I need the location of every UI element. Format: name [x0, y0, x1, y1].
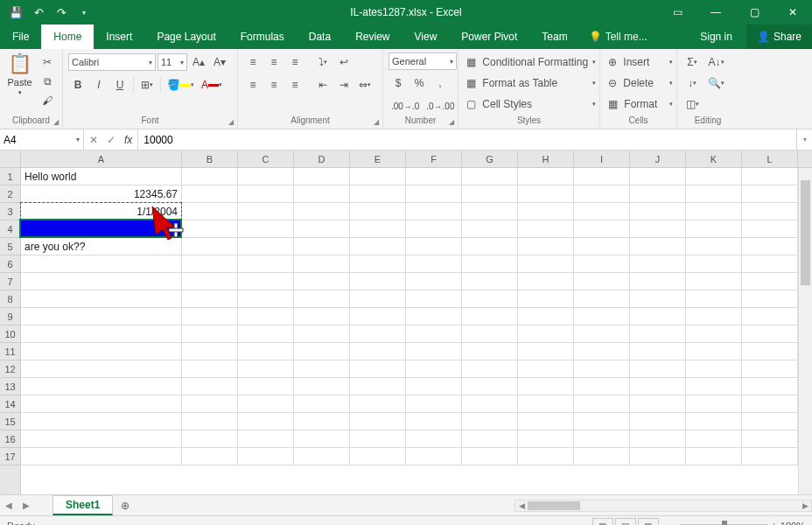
cell[interactable] [350, 273, 406, 290]
italic-button[interactable]: I [89, 75, 108, 94]
launcher-icon[interactable]: ◢ [374, 118, 379, 126]
cell[interactable] [742, 413, 798, 430]
cell[interactable] [518, 396, 574, 413]
cell[interactable] [294, 413, 350, 430]
orientation-button[interactable]: ⤵▾ [313, 52, 332, 72]
cell[interactable] [518, 256, 574, 273]
page-break-view-button[interactable]: ▥ [638, 518, 659, 525]
cell[interactable] [182, 396, 238, 413]
cell[interactable] [182, 378, 238, 396]
cell[interactable] [518, 290, 574, 308]
increase-decimal-button[interactable]: .00→.0 [388, 96, 422, 116]
font-name-combo[interactable]: Calibri▾ [68, 53, 156, 71]
cell[interactable] [350, 308, 406, 326]
number-format-combo[interactable]: General▾ [388, 52, 457, 70]
fx-icon[interactable]: fx [124, 134, 132, 146]
cell-D5[interactable] [294, 238, 350, 256]
cell[interactable] [686, 448, 742, 466]
cell-J2[interactable] [630, 186, 686, 203]
cell[interactable] [742, 360, 798, 378]
cell[interactable] [742, 448, 798, 466]
tab-team[interactable]: Team [529, 24, 579, 49]
cell-D2[interactable] [294, 186, 350, 203]
column-header-L[interactable]: L [742, 150, 798, 167]
share-button[interactable]: 👤 Share [746, 24, 812, 49]
cell[interactable] [686, 290, 742, 308]
cell-C2[interactable] [238, 186, 294, 203]
cell[interactable] [294, 326, 350, 343]
column-header-I[interactable]: I [574, 150, 630, 167]
cell-B1[interactable] [182, 168, 238, 186]
cell[interactable] [238, 448, 294, 466]
bold-button[interactable]: B [68, 75, 88, 94]
scrollbar-thumb[interactable] [528, 501, 580, 510]
cell[interactable] [350, 360, 406, 378]
cell-D3[interactable] [294, 203, 350, 220]
horizontal-scrollbar[interactable]: ◀ ▶ [514, 500, 812, 512]
cell[interactable] [742, 343, 798, 360]
cell[interactable] [742, 308, 798, 326]
cell[interactable] [462, 308, 518, 326]
cell[interactable] [294, 273, 350, 290]
cell-C1[interactable] [238, 168, 294, 186]
formula-input-wrap[interactable] [138, 130, 796, 150]
sheet-tab-active[interactable]: Sheet1 [52, 495, 113, 515]
cell[interactable] [462, 430, 518, 448]
close-button[interactable]: ✕ [774, 0, 812, 24]
row-header-12[interactable]: 12 [0, 360, 20, 378]
sheet-nav-prev[interactable]: ◀ [0, 500, 18, 510]
cell-K3[interactable] [686, 203, 742, 220]
column-header-E[interactable]: E [350, 150, 406, 167]
find-select-button[interactable]: 🔍▾ [705, 74, 727, 93]
row-header-3[interactable]: 3 [0, 203, 20, 220]
cell[interactable] [238, 430, 294, 448]
cell[interactable] [238, 290, 294, 308]
merge-button[interactable]: ⇔▾ [355, 75, 374, 94]
cell[interactable] [406, 273, 462, 290]
launcher-icon[interactable]: ◢ [53, 118, 59, 126]
vertical-scrollbar[interactable] [798, 168, 812, 494]
cell[interactable] [406, 448, 462, 466]
cell[interactable] [238, 360, 294, 378]
align-right-button[interactable]: ≡ [285, 75, 304, 94]
cell[interactable] [182, 430, 238, 448]
cell[interactable] [686, 378, 742, 396]
cell[interactable] [574, 326, 630, 343]
cell[interactable] [238, 396, 294, 413]
cell[interactable] [630, 396, 686, 413]
cell[interactable] [630, 308, 686, 326]
cell-D1[interactable] [294, 168, 350, 186]
cell-I2[interactable] [574, 186, 630, 203]
cell-J1[interactable] [630, 168, 686, 186]
cell[interactable] [518, 308, 574, 326]
cell[interactable] [182, 308, 238, 326]
row-header-6[interactable]: 6 [0, 256, 20, 273]
format-as-table-button[interactable]: ▦ Format as Table▾ [464, 74, 598, 93]
cell-I5[interactable] [574, 238, 630, 256]
cell[interactable] [630, 430, 686, 448]
name-box[interactable]: ▾ [0, 130, 84, 150]
column-header-H[interactable]: H [518, 150, 574, 167]
cell[interactable] [462, 360, 518, 378]
select-all-corner[interactable] [0, 150, 21, 167]
autosum-button[interactable]: Σ▾ [682, 52, 702, 72]
border-button[interactable]: ⊞▾ [137, 75, 157, 94]
zoom-slider-knob[interactable] [722, 521, 727, 525]
cell[interactable] [686, 343, 742, 360]
cell-B2[interactable] [182, 186, 238, 203]
align-middle-button[interactable]: ≡ [264, 52, 284, 72]
cell[interactable] [686, 413, 742, 430]
wrap-text-button[interactable]: ↩ [334, 52, 354, 72]
cell-I1[interactable] [574, 168, 630, 186]
cell[interactable] [574, 448, 630, 466]
cells-area[interactable]: Hello world 12345.67 1/1/2004 are you ok… [21, 168, 812, 494]
cell[interactable] [742, 290, 798, 308]
cell[interactable] [462, 396, 518, 413]
tab-insert[interactable]: Insert [94, 24, 144, 49]
cell-A6[interactable] [21, 256, 182, 273]
cell-A14[interactable] [21, 396, 182, 413]
insert-cells-button[interactable]: ⊕ Insert▾ [606, 52, 676, 72]
cell[interactable] [406, 290, 462, 308]
cell-D4[interactable] [294, 220, 350, 238]
cell-A10[interactable] [21, 326, 182, 343]
